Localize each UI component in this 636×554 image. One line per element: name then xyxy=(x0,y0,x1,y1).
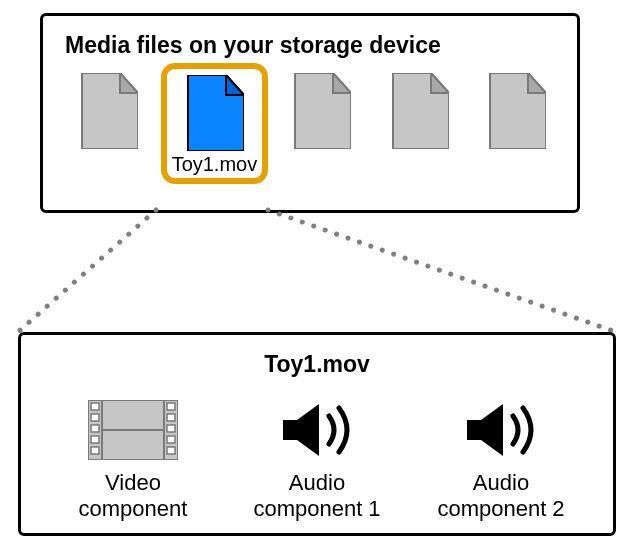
component-label: Audio component 1 xyxy=(253,470,380,523)
svg-rect-12 xyxy=(167,425,175,432)
component-row: Video component Audio component 1 Au xyxy=(39,394,595,523)
file-item xyxy=(276,73,366,149)
file-icon xyxy=(486,73,546,149)
file-icon xyxy=(291,73,351,149)
file-icon xyxy=(184,75,244,151)
file-item xyxy=(471,73,561,149)
audio-component-2: Audio component 2 xyxy=(411,394,591,523)
svg-rect-8 xyxy=(91,436,99,443)
file-row: Toy1.mov xyxy=(59,73,561,184)
file-item xyxy=(374,73,464,149)
filmstrip-icon xyxy=(88,400,178,460)
component-label: Audio component 2 xyxy=(437,470,564,523)
storage-files-title: Media files on your storage device xyxy=(65,32,561,59)
svg-rect-7 xyxy=(91,425,99,432)
audio-component-1: Audio component 1 xyxy=(227,394,407,523)
video-component: Video component xyxy=(43,394,223,523)
file-detail-panel: Toy1.mov xyxy=(18,332,616,536)
svg-rect-10 xyxy=(167,403,175,410)
svg-line-0 xyxy=(18,210,156,332)
storage-files-panel: Media files on your storage device Toy1.… xyxy=(40,13,580,213)
component-label: Video component xyxy=(79,470,188,523)
speaker-icon xyxy=(461,398,541,462)
file-icon xyxy=(78,73,138,149)
svg-rect-11 xyxy=(167,414,175,421)
svg-rect-5 xyxy=(91,403,99,410)
file-label: Toy1.mov xyxy=(172,153,258,176)
file-icon xyxy=(389,73,449,149)
svg-line-1 xyxy=(268,210,616,332)
svg-rect-13 xyxy=(167,436,175,443)
speaker-icon xyxy=(277,398,357,462)
svg-rect-6 xyxy=(91,414,99,421)
svg-rect-14 xyxy=(167,447,175,454)
file-item xyxy=(63,73,153,149)
svg-rect-9 xyxy=(91,447,99,454)
file-item-selected: Toy1.mov xyxy=(161,63,269,184)
file-detail-title: Toy1.mov xyxy=(39,351,595,378)
